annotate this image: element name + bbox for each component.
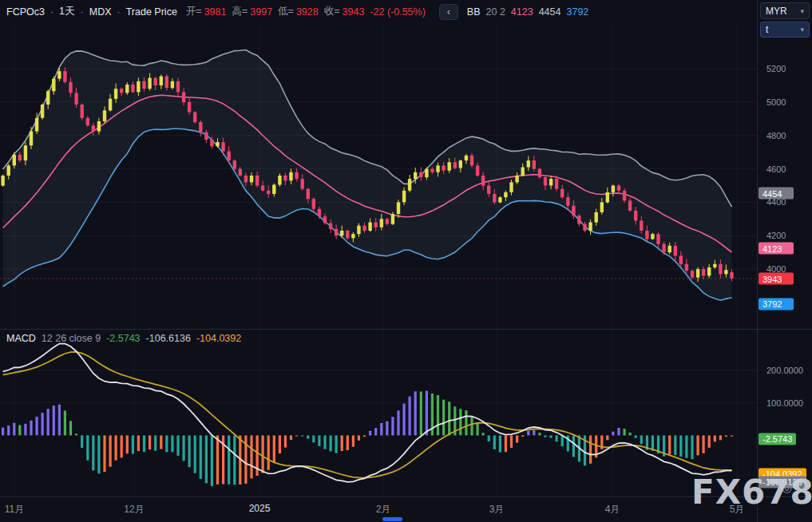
collapse-legend-button[interactable]: ‹ [439, 4, 458, 20]
change-value: -22 (-0.55%) [370, 6, 425, 18]
macd-legend: MACD 12 26 close 9 -2.5743 -106.6136 -10… [6, 333, 241, 344]
time-axis-label: 12月 [124, 503, 144, 516]
unit-dropdown[interactable]: t ▾ [760, 22, 810, 38]
exchange[interactable]: MDX [89, 6, 112, 18]
time-axis-label: 4月 [605, 503, 620, 516]
ohlc-field-value: 3928 [296, 6, 319, 18]
time-axis-label: 2025 [249, 503, 271, 514]
bb-upper-value: 4454 [539, 6, 561, 18]
price-chart-pane[interactable] [0, 24, 757, 329]
ohlc-field-value: 3997 [250, 6, 272, 18]
ohlc-values: 开=3981高=3997低=3928收=3943 [183, 5, 365, 18]
trading-chart-app: FCPOc3 · 1天 · MDX · Trade Price 开=3981高=… [0, 0, 812, 522]
price-axis-tick: 5000 [766, 97, 786, 107]
time-axis[interactable]: 11月12月20252月3月4月5月 [0, 496, 757, 522]
ohlc-field-label: 收= [324, 5, 340, 18]
price-axis-tick: 4800 [766, 131, 786, 140]
symbol-name[interactable]: FCPOc3 [6, 6, 45, 18]
ohlc-field-value: 3981 [204, 6, 227, 18]
scrollbar-thumb[interactable] [382, 517, 402, 521]
macd-pane[interactable] [0, 330, 757, 496]
interval[interactable]: 1天 [59, 5, 74, 18]
time-axis-label: 5月 [730, 503, 745, 516]
time-axis-label: 3月 [489, 503, 505, 516]
separator-dot: · [50, 6, 53, 18]
bb-params: 20 2 [486, 6, 505, 18]
ohlc-field-label: 高= [232, 5, 248, 18]
price-axis-tick: 5200 [766, 64, 786, 73]
price-scale[interactable]: MYR ▾ t ▾ 520050004800460044004200400044… [757, 0, 812, 522]
macd-params: 12 26 close 9 [42, 333, 101, 344]
bb-lower-value: 3792 [566, 6, 588, 18]
price-axis-label: 4123 [759, 243, 794, 255]
time-axis-label: 11月 [5, 503, 24, 516]
macd-hist-value: -2.5743 [106, 333, 140, 344]
bb-name[interactable]: BB [467, 6, 481, 18]
macd-line-value: -106.6136 [146, 333, 191, 344]
time-axis-label: 2月 [376, 503, 391, 516]
macd-name[interactable]: MACD [6, 333, 36, 344]
chart-legend: FCPOc3 · 1天 · MDX · Trade Price 开=3981高=… [0, 0, 588, 23]
ohlc-field-value: 3943 [343, 6, 365, 18]
macd-axis-tick: 200.0000 [766, 366, 803, 375]
ohlc-field-label: 低= [278, 5, 294, 18]
bb-indicator-legend: BB 20 2 4123 4454 3792 [467, 6, 588, 18]
ohlc-field-label: 开= [186, 5, 202, 18]
price-axis-label: 3792 [759, 298, 794, 310]
price-type: Trade Price [126, 6, 177, 18]
separator-dot: · [81, 6, 84, 18]
price-axis-tick: 4600 [766, 164, 786, 174]
chevron-down-icon: ▾ [800, 7, 804, 15]
separator-dot: · [117, 6, 121, 18]
time-axis-divider [0, 496, 812, 497]
chevron-down-icon: ▾ [800, 26, 804, 34]
price-axis-tick: 4200 [766, 231, 786, 240]
macd-signal-value: -104.0392 [196, 333, 241, 344]
currency-dropdown[interactable]: MYR ▾ [760, 2, 810, 19]
macd-axis-tick: 100.0000 [766, 398, 803, 408]
macd-axis-label: -2.5743 [759, 433, 796, 445]
pane-divider[interactable] [0, 329, 812, 330]
target-icon[interactable]: ◎ [782, 480, 792, 495]
unit-value: t [766, 24, 768, 35]
currency-value: MYR [766, 6, 787, 17]
bb-basis-value: 4123 [511, 6, 533, 18]
price-axis-label: 3943 [759, 273, 794, 285]
price-axis-label: 4454 [759, 188, 794, 200]
